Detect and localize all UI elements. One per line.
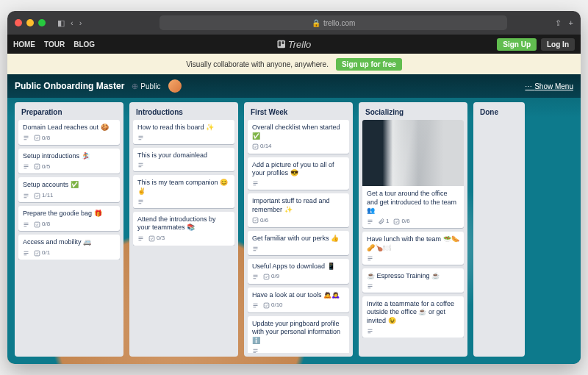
checklist-badge: 0/5 (34, 163, 50, 171)
card[interactable]: Domain Lead reaches out 🍪 0/8 (18, 120, 120, 145)
description-icon (367, 255, 373, 262)
checklist-badge: 0/8 (34, 221, 50, 228)
show-menu-button[interactable]: ⋯ Show Menu (525, 82, 573, 90)
list-title[interactable]: Introductions (133, 106, 234, 120)
svg-rect-2 (282, 41, 284, 44)
card[interactable]: This is my team companion 😊✌️ (133, 175, 234, 207)
card-title: This is my team companion 😊✌️ (137, 179, 230, 196)
card[interactable]: Get a tour around the office and get int… (362, 120, 464, 228)
svg-rect-9 (149, 236, 154, 241)
card[interactable]: Prepare the goodie bag 🎁 0/8 (18, 206, 120, 231)
description-icon (23, 193, 29, 199)
svg-rect-10 (253, 144, 258, 149)
attachment-badge: 1 (378, 218, 389, 225)
list-title[interactable]: First Week (248, 106, 349, 120)
checklist-badge: 0/1 (34, 249, 50, 257)
description-icon (137, 162, 144, 168)
description-icon (137, 235, 144, 242)
card[interactable]: Invite a teammate for a coffee outside t… (362, 296, 464, 338)
card-title: Important stuff to read and remember ✨ (252, 197, 345, 214)
description-icon (252, 246, 259, 252)
list-title[interactable]: Done (477, 106, 521, 120)
svg-rect-13 (264, 303, 269, 308)
card[interactable]: Attend the introductions by your teammat… (133, 212, 234, 246)
card[interactable]: Overall checklist when started ✅ 0/14 (248, 120, 349, 154)
signup-button[interactable]: Sign Up (497, 38, 537, 51)
board-header: Public Onboarding Master Public ⋯ Show M… (7, 74, 581, 98)
share-icon[interactable]: ⇪ (555, 18, 562, 28)
list-title[interactable]: Preparation (18, 106, 120, 120)
card[interactable]: Have a look at our tools 🙇🙇‍♀️ 0/10 (248, 288, 349, 312)
window-controls[interactable] (15, 19, 46, 26)
svg-rect-1 (279, 41, 281, 46)
svg-rect-6 (35, 193, 40, 199)
board-title: Public Onboarding Master (15, 81, 124, 91)
description-icon (367, 218, 373, 225)
card-title: Have a look at our tools 🙇🙇‍♀️ (252, 291, 345, 300)
nav-home[interactable]: HOME (13, 40, 35, 49)
back-icon[interactable]: ‹ (71, 18, 74, 27)
address-bar[interactable]: 🔒 trello.com (159, 15, 507, 30)
card-title: Have lunch with the team 🥗🌭🥜🍗🍽️ (367, 235, 459, 252)
description-icon (137, 199, 144, 205)
description-icon (367, 328, 373, 335)
card[interactable]: This is your domainlead (133, 148, 234, 172)
checklist-badge: 0/6 (252, 217, 268, 224)
card-cover-image (362, 120, 464, 186)
checklist-badge: 0/14 (252, 143, 272, 150)
promo-cta-button[interactable]: Sign up for free (336, 58, 402, 71)
board-visibility[interactable]: Public (132, 82, 160, 90)
promo-text: Visually collaborate with anyone, anywhe… (186, 60, 329, 68)
description-icon (23, 221, 29, 228)
card-title: How to read this board ✨ (137, 124, 230, 132)
description-icon (252, 348, 259, 353)
checklist-badge: 0/6 (393, 218, 409, 225)
card-title: Get a tour around the office and get int… (367, 190, 459, 215)
svg-rect-12 (264, 274, 269, 279)
url-text: trello.com (323, 19, 355, 27)
lists-container: PreparationDomain Lead reaches out 🍪 0/8… (7, 102, 581, 364)
card[interactable]: Setup introductions 🏂 0/5 (18, 149, 120, 174)
card-title: Get familiar with our perks 👍 (252, 235, 345, 243)
card[interactable]: Useful Apps to download 📱 0/9 (248, 259, 349, 284)
member-avatar[interactable] (168, 79, 182, 93)
nav-tour[interactable]: TOUR (44, 40, 65, 49)
svg-rect-4 (35, 136, 40, 141)
card-title: Add a picture of you to all of your prof… (252, 161, 345, 178)
card-title: This is your domainlead (137, 151, 230, 160)
new-tab-icon[interactable]: + (569, 18, 573, 27)
card-title: Useful Apps to download 📱 (252, 262, 345, 271)
lock-icon: 🔒 (312, 19, 320, 27)
card-title: Overall checklist when started ✅ (252, 124, 345, 140)
card[interactable]: Add a picture of you to all of your prof… (248, 157, 349, 190)
login-button[interactable]: Log In (541, 38, 575, 51)
card[interactable]: Access and mobility 🚐 0/1 (18, 235, 120, 260)
browser-chrome: ◧ ‹ › 🔒 trello.com ⇪ + (7, 11, 581, 35)
description-icon (23, 135, 29, 141)
card[interactable]: Important stuff to read and remember ✨ 0… (248, 193, 349, 227)
promo-banner: Visually collaborate with anyone, anywhe… (7, 54, 581, 74)
svg-rect-8 (35, 251, 40, 256)
globe-icon (132, 83, 138, 90)
brand-logo[interactable]: Trello (277, 39, 312, 50)
forward-icon[interactable]: › (79, 18, 82, 27)
description-icon (23, 163, 29, 170)
card-title: Attend the introductions by your teammat… (137, 215, 230, 232)
card-title: Setup introductions 🏂 (23, 152, 115, 161)
list: SocializingGet a tour around the office … (359, 102, 467, 357)
top-nav: HOME TOUR BLOG Trello Sign Up Log In (7, 35, 581, 54)
checklist-badge: 0/3 (148, 235, 165, 242)
card[interactable]: How to read this board ✨ (133, 120, 234, 144)
card[interactable]: Update your pingboard profile with your … (248, 316, 349, 353)
list: IntroductionsHow to read this board ✨Thi… (129, 102, 238, 357)
card[interactable]: Get familiar with our perks 👍 (248, 231, 349, 255)
card[interactable]: Setup accounts ✅ 1/11 (18, 177, 120, 202)
card[interactable]: Have lunch with the team 🥗🌭🥜🍗🍽️ (362, 232, 464, 264)
nav-blog[interactable]: BLOG (74, 40, 95, 49)
card-title: Access and mobility 🚐 (23, 238, 115, 247)
checklist-badge: 0/9 (263, 273, 279, 280)
list: Done (473, 102, 525, 357)
card[interactable]: ☕ Espresso Training ☕ (362, 268, 464, 293)
list-title[interactable]: Socializing (362, 106, 464, 120)
sidebar-toggle-icon[interactable]: ◧ (57, 18, 65, 28)
